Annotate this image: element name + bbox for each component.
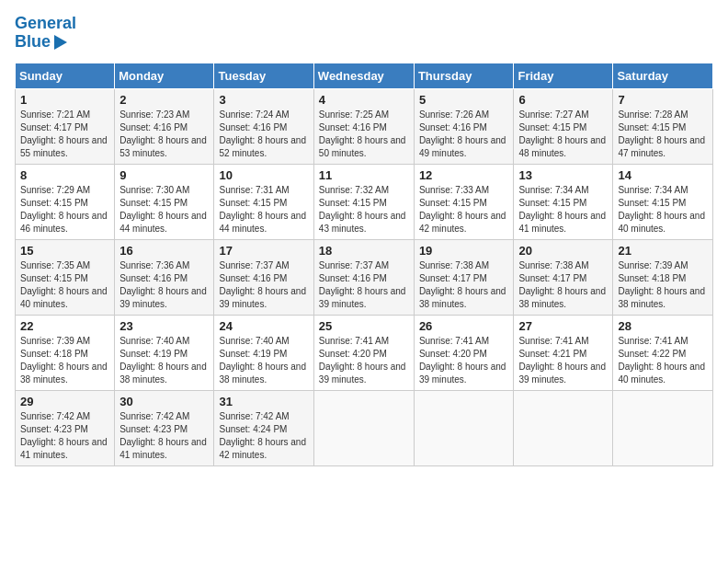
cell-sunrise: Sunrise: 7:21 AM	[20, 109, 90, 120]
cell-sunset: Sunset: 4:15 PM	[20, 273, 88, 283]
cell-info: Sunrise: 7:35 AMSunset: 4:15 PMDaylight:…	[20, 259, 109, 311]
cell-daylight: Daylight: 8 hours and 44 minutes.	[219, 211, 306, 234]
calendar-cell: 24Sunrise: 7:40 AMSunset: 4:19 PMDayligh…	[214, 315, 313, 390]
cell-sunrise: Sunrise: 7:40 AM	[219, 336, 289, 346]
cell-day-number: 22	[20, 319, 109, 333]
cell-sunset: Sunset: 4:19 PM	[119, 349, 188, 359]
cell-info: Sunrise: 7:30 AMSunset: 4:15 PMDaylight:…	[119, 184, 209, 236]
cell-info: Sunrise: 7:26 AMSunset: 4:16 PMDaylight:…	[419, 109, 509, 160]
cell-day-number: 6	[518, 93, 608, 107]
cell-daylight: Daylight: 8 hours and 38 minutes.	[618, 286, 705, 309]
cell-day-number: 17	[219, 244, 308, 258]
cell-day-number: 16	[119, 244, 209, 258]
calendar-cell: 4Sunrise: 7:25 AMSunset: 4:16 PMDaylight…	[313, 88, 414, 164]
cell-sunrise: Sunrise: 7:32 AM	[319, 185, 389, 195]
calendar-cell: 14Sunrise: 7:34 AMSunset: 4:15 PMDayligh…	[613, 164, 713, 239]
cell-sunset: Sunset: 4:15 PM	[618, 122, 686, 132]
cell-daylight: Daylight: 8 hours and 39 minutes.	[219, 286, 306, 309]
cell-daylight: Daylight: 8 hours and 48 minutes.	[518, 135, 606, 158]
cell-day-number: 19	[419, 244, 509, 258]
cell-info: Sunrise: 7:41 AMSunset: 4:22 PMDaylight:…	[618, 335, 708, 386]
cell-info: Sunrise: 7:37 AMSunset: 4:16 PMDaylight:…	[219, 259, 308, 311]
cell-info: Sunrise: 7:42 AMSunset: 4:23 PMDaylight:…	[20, 410, 109, 462]
cell-daylight: Daylight: 8 hours and 39 minutes.	[319, 286, 406, 309]
cell-day-number: 7	[618, 93, 708, 107]
cell-day-number: 30	[119, 395, 209, 408]
logo-text2: Blue	[15, 33, 51, 52]
cell-sunset: Sunset: 4:16 PM	[119, 273, 188, 283]
calendar-cell: 1Sunrise: 7:21 AMSunset: 4:17 PMDaylight…	[16, 88, 115, 164]
cell-daylight: Daylight: 8 hours and 52 minutes.	[219, 135, 306, 158]
cell-sunrise: Sunrise: 7:42 AM	[219, 411, 289, 421]
cell-info: Sunrise: 7:34 AMSunset: 4:15 PMDaylight:…	[518, 184, 608, 236]
weekday-header-saturday: Saturday	[613, 63, 713, 88]
calendar-cell: 27Sunrise: 7:41 AMSunset: 4:21 PMDayligh…	[514, 315, 613, 390]
calendar-cell: 11Sunrise: 7:32 AMSunset: 4:15 PMDayligh…	[313, 164, 414, 239]
cell-daylight: Daylight: 8 hours and 42 minutes.	[219, 437, 306, 460]
cell-sunset: Sunset: 4:16 PM	[219, 122, 287, 132]
cell-info: Sunrise: 7:27 AMSunset: 4:15 PMDaylight:…	[518, 109, 608, 160]
cell-info: Sunrise: 7:32 AMSunset: 4:15 PMDaylight:…	[319, 184, 409, 236]
calendar-cell: 26Sunrise: 7:41 AMSunset: 4:20 PMDayligh…	[414, 315, 514, 390]
cell-info: Sunrise: 7:31 AMSunset: 4:15 PMDaylight:…	[219, 184, 308, 236]
cell-day-number: 31	[219, 395, 308, 408]
cell-day-number: 25	[319, 319, 409, 333]
cell-info: Sunrise: 7:42 AMSunset: 4:23 PMDaylight:…	[119, 410, 209, 462]
cell-sunrise: Sunrise: 7:33 AM	[419, 185, 489, 195]
cell-daylight: Daylight: 8 hours and 40 minutes.	[20, 286, 108, 309]
cell-daylight: Daylight: 8 hours and 53 minutes.	[119, 135, 207, 158]
calendar-cell: 13Sunrise: 7:34 AMSunset: 4:15 PMDayligh…	[514, 164, 613, 239]
cell-sunrise: Sunrise: 7:23 AM	[119, 109, 189, 120]
cell-sunrise: Sunrise: 7:37 AM	[319, 260, 389, 270]
calendar-cell: 28Sunrise: 7:41 AMSunset: 4:22 PMDayligh…	[613, 315, 713, 390]
cell-daylight: Daylight: 8 hours and 39 minutes.	[119, 286, 207, 309]
calendar-cell: 7Sunrise: 7:28 AMSunset: 4:15 PMDaylight…	[613, 88, 713, 164]
weekday-header-wednesday: Wednesday	[313, 63, 414, 88]
weekday-header-friday: Friday	[514, 63, 613, 88]
cell-day-number: 15	[20, 244, 109, 258]
cell-day-number: 20	[518, 244, 608, 258]
cell-daylight: Daylight: 8 hours and 46 minutes.	[20, 211, 108, 234]
cell-sunrise: Sunrise: 7:41 AM	[419, 336, 489, 346]
page-header: General Blue	[15, 15, 713, 52]
cell-info: Sunrise: 7:42 AMSunset: 4:24 PMDaylight:…	[219, 410, 308, 462]
cell-sunset: Sunset: 4:17 PM	[518, 273, 586, 283]
cell-sunset: Sunset: 4:15 PM	[518, 122, 586, 132]
cell-sunset: Sunset: 4:20 PM	[419, 349, 487, 359]
cell-day-number: 10	[219, 168, 308, 182]
calendar-week-4: 22Sunrise: 7:39 AMSunset: 4:18 PMDayligh…	[16, 315, 713, 390]
calendar-cell: 6Sunrise: 7:27 AMSunset: 4:15 PMDaylight…	[514, 88, 613, 164]
cell-info: Sunrise: 7:21 AMSunset: 4:17 PMDaylight:…	[20, 109, 109, 160]
calendar-cell	[514, 390, 613, 465]
calendar-cell: 21Sunrise: 7:39 AMSunset: 4:18 PMDayligh…	[613, 239, 713, 315]
cell-info: Sunrise: 7:41 AMSunset: 4:21 PMDaylight:…	[518, 335, 608, 386]
cell-day-number: 28	[618, 319, 708, 333]
cell-daylight: Daylight: 8 hours and 47 minutes.	[618, 135, 705, 158]
cell-sunset: Sunset: 4:16 PM	[319, 273, 387, 283]
cell-daylight: Daylight: 8 hours and 38 minutes.	[219, 362, 306, 385]
cell-day-number: 12	[419, 168, 509, 182]
cell-sunset: Sunset: 4:16 PM	[319, 122, 387, 132]
calendar-cell: 29Sunrise: 7:42 AMSunset: 4:23 PMDayligh…	[16, 390, 115, 465]
cell-day-number: 1	[20, 93, 109, 107]
calendar-cell: 30Sunrise: 7:42 AMSunset: 4:23 PMDayligh…	[115, 390, 214, 465]
cell-info: Sunrise: 7:37 AMSunset: 4:16 PMDaylight:…	[319, 259, 409, 311]
calendar-cell: 3Sunrise: 7:24 AMSunset: 4:16 PMDaylight…	[214, 88, 313, 164]
calendar-cell: 31Sunrise: 7:42 AMSunset: 4:24 PMDayligh…	[214, 390, 313, 465]
cell-info: Sunrise: 7:38 AMSunset: 4:17 PMDaylight:…	[518, 259, 608, 311]
cell-sunrise: Sunrise: 7:39 AM	[618, 260, 688, 270]
cell-sunrise: Sunrise: 7:42 AM	[119, 411, 189, 421]
cell-sunrise: Sunrise: 7:42 AM	[20, 411, 90, 421]
calendar-cell: 8Sunrise: 7:29 AMSunset: 4:15 PMDaylight…	[16, 164, 115, 239]
cell-sunrise: Sunrise: 7:27 AM	[518, 109, 588, 120]
cell-daylight: Daylight: 8 hours and 38 minutes.	[119, 362, 207, 385]
cell-sunrise: Sunrise: 7:34 AM	[618, 185, 688, 195]
cell-info: Sunrise: 7:24 AMSunset: 4:16 PMDaylight:…	[219, 109, 308, 160]
calendar-body: 1Sunrise: 7:21 AMSunset: 4:17 PMDaylight…	[16, 88, 713, 465]
cell-sunrise: Sunrise: 7:41 AM	[518, 336, 588, 346]
cell-info: Sunrise: 7:39 AMSunset: 4:18 PMDaylight:…	[618, 259, 708, 311]
cell-info: Sunrise: 7:41 AMSunset: 4:20 PMDaylight:…	[419, 335, 509, 386]
cell-sunset: Sunset: 4:15 PM	[618, 198, 686, 208]
cell-day-number: 14	[618, 168, 708, 182]
cell-day-number: 23	[119, 319, 209, 333]
